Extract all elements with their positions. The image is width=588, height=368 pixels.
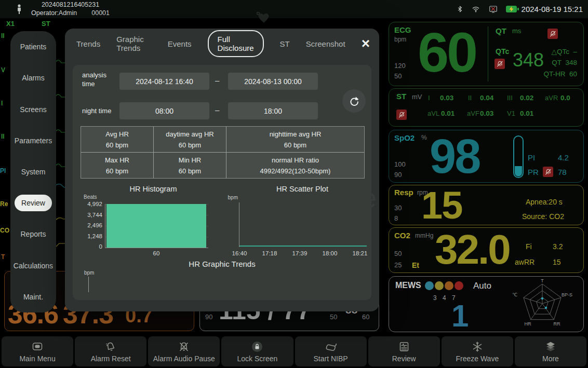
tab-st[interactable]: ST bbox=[280, 39, 290, 48]
histogram-y-axis-label: Beats bbox=[84, 194, 97, 200]
lock-screen-button[interactable]: Lock Screen bbox=[221, 336, 293, 366]
tab-full-disclosure[interactable]: Full Disclosure bbox=[208, 30, 264, 57]
st-lead-value: 0.01 bbox=[441, 110, 455, 117]
main-menu-button[interactable]: Main Menu bbox=[2, 336, 73, 366]
start-nibp-icon bbox=[324, 340, 338, 353]
st-lead-name: V1 bbox=[507, 110, 515, 117]
patient-icon bbox=[14, 3, 25, 16]
co2-tile[interactable]: CO2 mmHg 50 25 Et 32.0 Fi 3.2 awRR 15 bbox=[389, 227, 584, 273]
resp-source: Source: CO2 bbox=[522, 212, 564, 221]
more-button[interactable]: More bbox=[515, 336, 586, 366]
night-time-to-field[interactable]: 18:00 bbox=[228, 102, 318, 119]
spo2-tile[interactable]: SpO2 % 100 90 98 PI 4.2 PR 78 bbox=[389, 130, 584, 183]
ecg-low-limit: 50 bbox=[394, 72, 402, 80]
st-lead-value: 0.01 bbox=[520, 110, 533, 117]
freeze-wave-icon bbox=[471, 340, 484, 353]
refresh-button[interactable] bbox=[342, 89, 366, 113]
st-lead-name: aVL bbox=[427, 110, 439, 117]
alarm-off-icon bbox=[396, 110, 407, 120]
heartbeat-icon bbox=[256, 10, 271, 24]
channel-label: II bbox=[1, 133, 5, 140]
st-tile[interactable]: ST mV I 0.03 II 0.04 III 0.02 aVR 0.0 aV… bbox=[389, 88, 584, 127]
co2-label: CO2 bbox=[394, 231, 410, 240]
histogram-y-tick: 4,992 bbox=[81, 201, 102, 207]
review-icon bbox=[398, 340, 410, 353]
st-lead-name: I bbox=[428, 94, 430, 102]
histogram-y-tick: 3,744 bbox=[81, 212, 102, 218]
night-time-label: night time bbox=[82, 107, 111, 116]
channel-label: Re bbox=[0, 200, 8, 208]
night-time-from-field[interactable]: 08:00 bbox=[119, 102, 209, 119]
analysis-time-label: analysis time bbox=[82, 71, 114, 89]
mews-radar-chart: T BP-S RR HR ℃ bbox=[511, 278, 573, 331]
start-nibp-button[interactable]: Start NIBP bbox=[295, 336, 367, 366]
stat-value: 60 bpm bbox=[226, 140, 364, 153]
channel-label: T bbox=[1, 253, 5, 261]
co2-high-limit: 50 bbox=[394, 250, 402, 257]
st-lead-value: 0.03 bbox=[440, 94, 453, 102]
alarm-reset-button[interactable]: Alarm Reset bbox=[75, 336, 146, 366]
stat-value: 60 bpm bbox=[81, 140, 154, 153]
spo2-value: 98 bbox=[430, 132, 479, 180]
et-label: Et bbox=[412, 261, 419, 269]
review-tabbar: Trends Graphic Trends Events Full Disclo… bbox=[65, 29, 379, 59]
close-icon[interactable]: × bbox=[362, 36, 370, 51]
resp-tile[interactable]: Resp rpm 30 8 15 Apnea:20 s Source: CO2 bbox=[389, 185, 584, 225]
scatter-x-tick: 16:40 bbox=[232, 250, 247, 256]
stat-value: 4992/4992(120-50bpm) bbox=[226, 166, 364, 178]
sidebar-item-parameters[interactable]: Parameters bbox=[10, 125, 56, 156]
spo2-label: SpO2 bbox=[394, 133, 415, 142]
review-dialog: Demo Mode Trends Graphic Trends Events F… bbox=[65, 29, 379, 311]
bluetooth-icon bbox=[456, 5, 464, 13]
mews-tile[interactable]: MEWS 3 4 7 Auto 1 T BP-S RR HR ℃ bbox=[389, 276, 584, 332]
tab-graphic-trends[interactable]: Graphic Trends bbox=[116, 35, 152, 52]
ecg-label: ECG bbox=[394, 25, 411, 34]
hr-stats-table: Avg HR daytime avg HR nighttime avg HR 6… bbox=[81, 126, 365, 179]
st-lead-value: 0.03 bbox=[480, 110, 493, 117]
spo2-low-limit: 90 bbox=[394, 171, 402, 179]
sidebar-item-calculations[interactable]: Calculations bbox=[10, 250, 56, 281]
alarm-off-icon bbox=[495, 59, 505, 69]
channel-label: V bbox=[1, 66, 5, 74]
sidebar-item-review[interactable]: Review bbox=[10, 187, 56, 219]
sidebar-item-patients[interactable]: Patients bbox=[10, 31, 56, 62]
alarm-audio-pause-button[interactable]: Alarm Audio Pause bbox=[148, 336, 220, 366]
freeze-wave-button[interactable]: Freeze Wave bbox=[442, 336, 513, 366]
graphic-trends-y-axis-label: bpm bbox=[84, 270, 94, 276]
analysis-time-from-field[interactable]: 2024-08-12 16:40 bbox=[119, 73, 209, 90]
perfusion-bar bbox=[513, 135, 524, 178]
st-lead-value: 0.0 bbox=[560, 94, 570, 102]
tab-screenshot[interactable]: Screenshot bbox=[306, 39, 345, 48]
radar-axis-bps: BP-S bbox=[562, 292, 572, 297]
monitor-screen: 2024081216405231 Operator:Admin 00001 20… bbox=[0, 0, 588, 368]
channel-label: I bbox=[1, 100, 3, 107]
radar-axis-hr: HR bbox=[525, 321, 531, 326]
operator-label: Operator:Admin bbox=[31, 9, 77, 18]
tab-trends[interactable]: Trends bbox=[76, 39, 100, 48]
sidebar-item-reports[interactable]: Reports bbox=[10, 219, 56, 250]
sidebar-item-maint[interactable]: Maint. bbox=[10, 281, 56, 312]
full-disclosure-panel: analysis time 2024-08-12 16:40 – 2024-08… bbox=[73, 65, 371, 300]
graphic-trends-title: HR Graphic Trends bbox=[73, 260, 371, 268]
fi-value: 3.2 bbox=[553, 242, 563, 251]
session-id: 2024081216405231 bbox=[42, 1, 99, 9]
alarm-audio-pause-icon bbox=[178, 340, 190, 353]
patient-number: 00001 bbox=[91, 9, 110, 18]
tab-events[interactable]: Events bbox=[168, 39, 192, 48]
stat-name: daytime avg HR bbox=[154, 127, 226, 140]
mews-dot-2 bbox=[435, 281, 444, 290]
ecg-tile[interactable]: ECG bpm 120 50 60 QT ms QTc 348 △QTc – Q… bbox=[389, 22, 584, 86]
sidebar-item-screens[interactable]: Screens bbox=[10, 93, 56, 125]
resp-value: 15 bbox=[421, 186, 462, 225]
review-button[interactable]: Review bbox=[368, 336, 440, 366]
st-unit: mV bbox=[412, 93, 422, 101]
analysis-time-to-field[interactable]: 2024-08-13 00:00 bbox=[228, 73, 318, 90]
scatter-title: HR Scatter Plot bbox=[234, 185, 371, 193]
qtc-label: QTc bbox=[496, 47, 509, 56]
sidebar-item-system[interactable]: System bbox=[10, 156, 56, 187]
qtc-value: 348 bbox=[513, 49, 544, 71]
st-lead-name: aVF bbox=[467, 110, 479, 117]
st-lead-name: III bbox=[507, 94, 513, 102]
stat-value: 60 bpm bbox=[154, 166, 226, 178]
sidebar-item-alarms[interactable]: Alarms bbox=[10, 62, 56, 93]
